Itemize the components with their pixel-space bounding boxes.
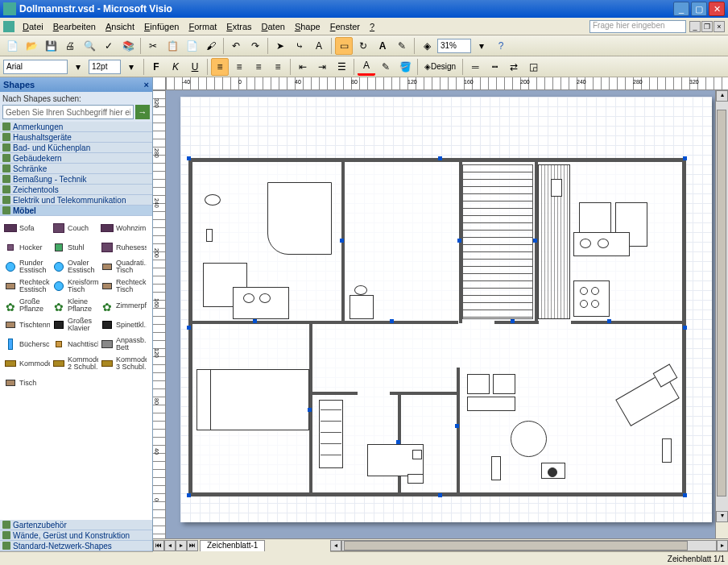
format-painter-button[interactable]: 🖌	[202, 37, 220, 55]
shape-item[interactable]: Hocker	[2, 238, 51, 257]
connector-button[interactable]: ⤷	[291, 37, 308, 55]
paste-button[interactable]: 📄	[183, 37, 201, 55]
maximize-button[interactable]: ▢	[691, 2, 707, 16]
shape-item[interactable]: ✿Kleine Pflanze	[51, 296, 99, 315]
stencil-category[interactable]: Bemaßung - Technik	[0, 174, 152, 185]
menu-daten[interactable]: Daten	[257, 20, 290, 33]
shape-item[interactable]: Quadrati... Tisch	[99, 257, 147, 276]
shape-item[interactable]: Tischtenn...	[2, 315, 51, 334]
menu-datei[interactable]: Datei	[18, 20, 48, 33]
indent-inc-button[interactable]: ⇥	[313, 58, 331, 76]
rotate-button[interactable]: ↻	[354, 37, 372, 55]
tab-next[interactable]: ▸	[176, 540, 187, 551]
scroll-right[interactable]: ▸	[717, 540, 728, 551]
preview-button[interactable]: 🔍	[81, 37, 98, 55]
stencil-category[interactable]: Bad- und Küchenplan	[0, 143, 152, 153]
menu-shape[interactable]: Shape	[290, 20, 325, 33]
shape-item[interactable]: Sofa	[2, 218, 51, 238]
shape-item[interactable]: Großes Klavier	[51, 315, 99, 334]
bold-button[interactable]: F	[147, 58, 165, 76]
minimize-button[interactable]: _	[673, 2, 689, 16]
shapes-button[interactable]: ◈	[418, 37, 436, 55]
shape-item[interactable]: Tisch	[2, 373, 51, 393]
menu-ansicht[interactable]: Ansicht	[101, 20, 139, 33]
shape-item[interactable]: Rechteck. Esstisch	[2, 276, 51, 296]
corners-button[interactable]: ◲	[524, 58, 542, 76]
search-go-button[interactable]: →	[135, 105, 150, 119]
page-tab[interactable]: Zeichenblatt-1	[200, 540, 265, 551]
stencil-category[interactable]: Gebäudekern	[0, 153, 152, 164]
font-name-combo[interactable]	[3, 60, 68, 74]
shape-item[interactable]: Rechteck. Tisch	[99, 276, 147, 296]
shape-item[interactable]: Kommode 2 Schubl.	[51, 354, 99, 373]
stencil-category[interactable]: Anmerkungen	[0, 122, 152, 132]
drawing-page[interactable]	[180, 97, 712, 522]
fill-color-button[interactable]: 🪣	[396, 58, 414, 76]
shape-item[interactable]: Stuhl	[51, 238, 99, 257]
italic-button[interactable]: K	[167, 58, 184, 76]
shape-item[interactable]: Runder Esstisch	[2, 257, 51, 276]
print-button[interactable]: 🖨	[61, 37, 79, 55]
font-size-combo[interactable]	[89, 60, 121, 74]
pointer-button[interactable]: ➤	[271, 37, 289, 55]
shape-item[interactable]: Nachttisch	[51, 334, 99, 354]
zoom-dropdown[interactable]: ▾	[473, 37, 490, 55]
mdi-minimize[interactable]: _	[689, 21, 701, 32]
close-button[interactable]: ✕	[709, 2, 725, 16]
underline-button[interactable]: U	[186, 58, 204, 76]
align-justify-button[interactable]: ≡	[269, 58, 287, 76]
tab-first[interactable]: ⏮	[153, 540, 164, 551]
spell-button[interactable]: ✓	[100, 37, 118, 55]
rectangle-button[interactable]: ▭	[335, 37, 353, 55]
scroll-left[interactable]: ◂	[330, 540, 341, 551]
menu-bearbeiten[interactable]: Bearbeiten	[48, 20, 101, 33]
mdi-restore[interactable]: ❐	[701, 21, 713, 32]
align-right-button[interactable]: ≡	[250, 58, 267, 76]
stencil-moebel[interactable]: Möbel	[0, 206, 152, 216]
tab-prev[interactable]: ◂	[164, 540, 176, 551]
bullets-button[interactable]: ☰	[333, 58, 350, 76]
help-button[interactable]: ?	[492, 37, 510, 55]
menu-format[interactable]: Format	[184, 20, 221, 33]
shape-item[interactable]: Kommode	[2, 354, 51, 373]
stencil-category[interactable]: Haushaltsgeräte	[0, 132, 152, 143]
shape-item[interactable]: Wohnzim...	[99, 218, 147, 238]
vertical-scrollbar[interactable]: ▴ ▾	[715, 90, 728, 538]
mdi-close[interactable]: ×	[714, 21, 725, 32]
stencil-category[interactable]: Gartenzubehör	[0, 520, 152, 530]
stencil-category[interactable]: Schränke	[0, 164, 152, 174]
indent-dec-button[interactable]: ⇤	[294, 58, 312, 76]
menu-fenster[interactable]: Fenster	[325, 20, 365, 33]
open-button[interactable]: 📂	[23, 37, 40, 55]
panel-close-icon[interactable]: ×	[144, 80, 149, 89]
research-button[interactable]: 📚	[119, 37, 137, 55]
font-color-button[interactable]: A	[358, 58, 375, 76]
menu-?[interactable]: ?	[365, 20, 379, 33]
horizontal-scrollbar[interactable]: ⏮ ◂ ▸ ⏭ Zeichenblatt-1 ◂ ▸	[153, 538, 728, 551]
shape-item[interactable]: ✿Zimmerpfl...	[99, 296, 147, 315]
line-pattern-button[interactable]: ┅	[486, 58, 503, 76]
shape-item[interactable]: Ovaler Esstisch	[51, 257, 99, 276]
stencil-category[interactable]: Zeichentools	[0, 185, 152, 195]
line-weight-button[interactable]: ═	[466, 58, 484, 76]
font-dropdown[interactable]: ▾	[69, 58, 87, 76]
zoom-combo[interactable]	[437, 39, 471, 53]
line-ends-button[interactable]: ⇄	[505, 58, 523, 76]
menu-extras[interactable]: Extras	[221, 20, 256, 33]
shape-item[interactable]: Anpassb... Bett	[99, 334, 147, 354]
redo-button[interactable]: ↷	[246, 37, 264, 55]
shape-item[interactable]: Kommode 3 Schubl.	[99, 354, 147, 373]
undo-button[interactable]: ↶	[227, 37, 245, 55]
new-button[interactable]: 📄	[3, 37, 21, 55]
align-center-button[interactable]: ≡	[230, 58, 248, 76]
save-button[interactable]: 💾	[42, 37, 60, 55]
cut-button[interactable]: ✂	[144, 37, 162, 55]
help-search-input[interactable]: Frage hier eingeben	[589, 20, 686, 33]
floor-plan[interactable]	[188, 158, 686, 496]
shape-item[interactable]: ✿Große Pflanze	[2, 296, 51, 315]
shape-item[interactable]: Spinettkl...	[99, 315, 147, 334]
canvas[interactable]	[166, 90, 715, 538]
shapes-search-input[interactable]	[2, 105, 134, 119]
stencil-category[interactable]: Wände, Gerüst und Konstruktion	[0, 530, 152, 541]
shape-item[interactable]: Ruhesessel	[99, 238, 147, 257]
